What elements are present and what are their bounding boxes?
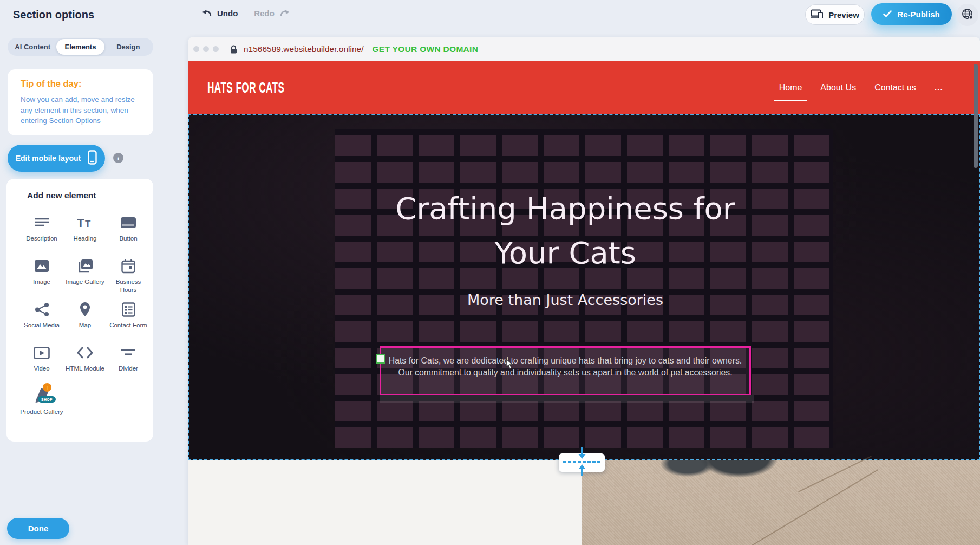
browser-dot <box>213 46 219 52</box>
website-builder-editor: Section options Undo Redo Preview Re-Pub… <box>0 0 980 545</box>
element-divider[interactable]: Divider <box>107 345 150 388</box>
globe-button[interactable] <box>956 4 978 26</box>
tip-title: Tip of the day: <box>21 79 140 89</box>
add-element-panel: Add new element Description TT Heading B… <box>6 179 153 442</box>
element-image[interactable]: Image <box>20 258 63 301</box>
arrow-down-icon <box>578 447 586 461</box>
hero-heading[interactable]: Crafting Happiness for Your Cats <box>376 186 755 275</box>
button-icon <box>120 215 136 231</box>
heading-icon: TT <box>77 215 93 231</box>
image-icon <box>34 258 50 274</box>
hero-section-selected[interactable]: Crafting Happiness for Your Cats More th… <box>188 114 980 460</box>
globe-icon <box>961 8 974 22</box>
element-grid: Description TT Heading Button Image <box>20 215 153 431</box>
element-html-module[interactable]: HTML Module <box>63 345 107 388</box>
nav-more-ellipsis[interactable]: ... <box>935 83 943 93</box>
section-resize-handle[interactable] <box>559 453 605 472</box>
undo-button[interactable]: Undo <box>201 9 238 18</box>
preview-scrollbar[interactable] <box>974 64 978 168</box>
mobile-phone-icon <box>88 150 97 166</box>
element-business-hours[interactable]: Business Hours <box>107 258 150 301</box>
browser-chrome: n1566589.websitebuilder.online/ GET YOUR… <box>188 37 980 61</box>
element-description[interactable]: Description <box>20 215 63 258</box>
sidebar-divider <box>5 505 154 505</box>
edit-mobile-layout-button[interactable]: Edit mobile layout <box>8 145 105 172</box>
tip-of-the-day-card: Tip of the day: Now you can add, move an… <box>8 69 153 135</box>
element-button[interactable]: Button <box>107 215 150 258</box>
get-domain-link[interactable]: GET YOUR OWN DOMAIN <box>372 44 478 54</box>
nav-contact-us[interactable]: Contact us <box>874 83 916 93</box>
undo-redo-group: Undo Redo <box>201 9 290 18</box>
svg-text:T: T <box>77 216 84 230</box>
add-panel-title: Add new element <box>27 191 153 200</box>
description-icon <box>34 215 50 231</box>
redo-icon <box>279 9 290 18</box>
done-button[interactable]: Done <box>7 518 69 539</box>
site-header: HATS FOR CATS Home About Us Contact us .… <box>188 61 980 114</box>
site-url[interactable]: n1566589.websitebuilder.online/ <box>244 44 363 54</box>
code-icon <box>77 345 93 361</box>
element-heading[interactable]: TT Heading <box>63 215 107 258</box>
arrow-up-icon <box>578 464 586 478</box>
business-hours-icon <box>120 258 136 274</box>
element-image-gallery[interactable]: Image Gallery <box>63 258 107 301</box>
selection-shadow <box>380 395 754 403</box>
nav-about-us[interactable]: About Us <box>820 83 856 93</box>
browser-dot <box>203 46 209 52</box>
image-gallery-icon <box>77 258 93 274</box>
info-icon[interactable]: i <box>113 153 123 163</box>
check-icon <box>883 10 892 19</box>
nav-home[interactable]: Home <box>779 83 802 93</box>
element-video[interactable]: Video <box>20 345 63 388</box>
site-nav: Home About Us Contact us ... <box>779 61 943 114</box>
republish-button[interactable]: Re-Publish <box>871 3 952 25</box>
tile-seam <box>729 469 878 545</box>
preview-button[interactable]: Preview <box>805 4 865 25</box>
undo-icon <box>201 9 212 18</box>
element-product-gallery[interactable]: ↑ SHOP Product Gallery <box>20 388 63 431</box>
selected-text-element[interactable]: Hats for Cats, we are dedicated to craft… <box>380 346 751 395</box>
browser-dot <box>193 46 199 52</box>
mouse-cursor <box>506 359 513 372</box>
redo-button[interactable]: Redo <box>254 9 290 18</box>
tip-body: Now you can add, move and resize any ele… <box>21 94 140 126</box>
paving-photo <box>582 460 980 545</box>
sidebar-tabs: AI Content Elements Design <box>8 38 153 56</box>
contact-form-icon <box>120 301 136 317</box>
shop-badge: SHOP <box>38 396 56 403</box>
divider-icon <box>120 345 136 361</box>
social-media-icon <box>34 301 50 317</box>
svg-text:T: T <box>85 219 91 229</box>
video-icon <box>34 345 50 361</box>
tile-seam <box>798 456 872 492</box>
tab-design[interactable]: Design <box>104 39 152 55</box>
element-map[interactable]: Map <box>63 301 107 345</box>
element-social-media[interactable]: Social Media <box>20 301 63 345</box>
devices-icon <box>811 9 824 20</box>
lock-icon <box>230 45 237 54</box>
hero-body-text[interactable]: Hats for Cats, we are dedicated to craft… <box>381 348 749 378</box>
upgrade-arrow-badge: ↑ <box>43 383 51 392</box>
page-title: Section options <box>13 9 94 21</box>
tab-elements[interactable]: Elements <box>56 39 104 55</box>
dashed-line <box>563 461 600 463</box>
product-gallery-icon: ↑ SHOP <box>34 388 50 404</box>
element-contact-form[interactable]: Contact Form <box>107 301 150 345</box>
tab-ai-content[interactable]: AI Content <box>9 39 56 55</box>
site-logo[interactable]: HATS FOR CATS <box>207 79 284 96</box>
hero-subheading[interactable]: More than Just Accessories <box>376 291 755 308</box>
site-preview-window: n1566589.websitebuilder.online/ GET YOUR… <box>188 37 980 545</box>
resize-corner-handle[interactable] <box>376 354 385 364</box>
map-pin-icon <box>77 301 93 317</box>
